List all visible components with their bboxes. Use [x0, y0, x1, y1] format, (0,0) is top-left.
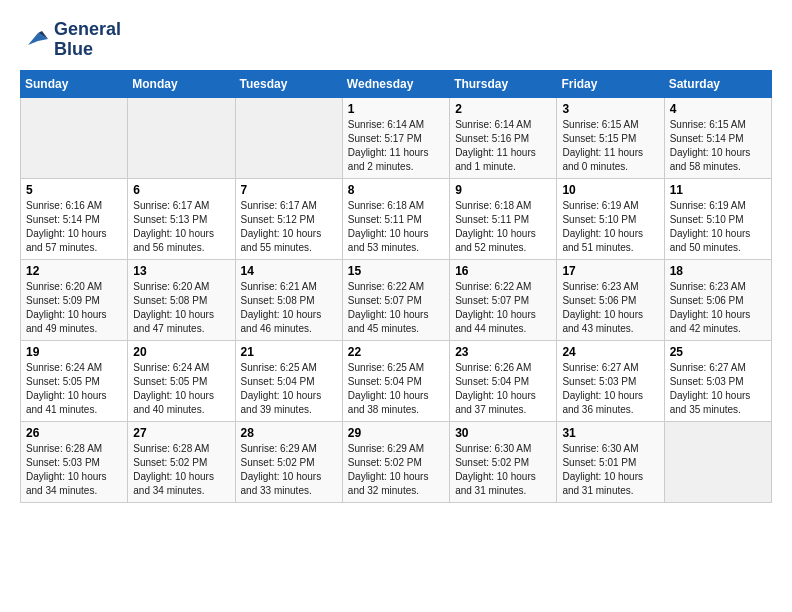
calendar-header-row: SundayMondayTuesdayWednesdayThursdayFrid… [21, 70, 772, 97]
calendar-cell [21, 97, 128, 178]
day-info: Sunrise: 6:15 AM Sunset: 5:14 PM Dayligh… [670, 118, 766, 174]
day-info: Sunrise: 6:18 AM Sunset: 5:11 PM Dayligh… [348, 199, 444, 255]
calendar-week-row: 19Sunrise: 6:24 AM Sunset: 5:05 PM Dayli… [21, 340, 772, 421]
day-number: 24 [562, 345, 658, 359]
day-info: Sunrise: 6:25 AM Sunset: 5:04 PM Dayligh… [348, 361, 444, 417]
calendar-cell [128, 97, 235, 178]
calendar-cell: 2Sunrise: 6:14 AM Sunset: 5:16 PM Daylig… [450, 97, 557, 178]
calendar-cell: 27Sunrise: 6:28 AM Sunset: 5:02 PM Dayli… [128, 421, 235, 502]
day-info: Sunrise: 6:19 AM Sunset: 5:10 PM Dayligh… [562, 199, 658, 255]
day-number: 11 [670, 183, 766, 197]
calendar-cell: 18Sunrise: 6:23 AM Sunset: 5:06 PM Dayli… [664, 259, 771, 340]
calendar-week-row: 26Sunrise: 6:28 AM Sunset: 5:03 PM Dayli… [21, 421, 772, 502]
day-number: 30 [455, 426, 551, 440]
logo-text: General Blue [54, 20, 121, 60]
day-number: 27 [133, 426, 229, 440]
day-number: 12 [26, 264, 122, 278]
day-number: 28 [241, 426, 337, 440]
calendar-cell: 14Sunrise: 6:21 AM Sunset: 5:08 PM Dayli… [235, 259, 342, 340]
calendar-cell: 22Sunrise: 6:25 AM Sunset: 5:04 PM Dayli… [342, 340, 449, 421]
calendar-cell: 24Sunrise: 6:27 AM Sunset: 5:03 PM Dayli… [557, 340, 664, 421]
day-info: Sunrise: 6:24 AM Sunset: 5:05 PM Dayligh… [133, 361, 229, 417]
calendar-cell: 3Sunrise: 6:15 AM Sunset: 5:15 PM Daylig… [557, 97, 664, 178]
calendar-cell: 7Sunrise: 6:17 AM Sunset: 5:12 PM Daylig… [235, 178, 342, 259]
day-info: Sunrise: 6:24 AM Sunset: 5:05 PM Dayligh… [26, 361, 122, 417]
day-info: Sunrise: 6:15 AM Sunset: 5:15 PM Dayligh… [562, 118, 658, 174]
day-number: 15 [348, 264, 444, 278]
header-saturday: Saturday [664, 70, 771, 97]
day-info: Sunrise: 6:20 AM Sunset: 5:09 PM Dayligh… [26, 280, 122, 336]
calendar-week-row: 1Sunrise: 6:14 AM Sunset: 5:17 PM Daylig… [21, 97, 772, 178]
day-number: 17 [562, 264, 658, 278]
day-info: Sunrise: 6:25 AM Sunset: 5:04 PM Dayligh… [241, 361, 337, 417]
calendar-week-row: 5Sunrise: 6:16 AM Sunset: 5:14 PM Daylig… [21, 178, 772, 259]
day-info: Sunrise: 6:14 AM Sunset: 5:16 PM Dayligh… [455, 118, 551, 174]
day-number: 21 [241, 345, 337, 359]
calendar-cell: 30Sunrise: 6:30 AM Sunset: 5:02 PM Dayli… [450, 421, 557, 502]
day-info: Sunrise: 6:29 AM Sunset: 5:02 PM Dayligh… [348, 442, 444, 498]
calendar-cell: 11Sunrise: 6:19 AM Sunset: 5:10 PM Dayli… [664, 178, 771, 259]
calendar-cell: 17Sunrise: 6:23 AM Sunset: 5:06 PM Dayli… [557, 259, 664, 340]
day-info: Sunrise: 6:17 AM Sunset: 5:12 PM Dayligh… [241, 199, 337, 255]
calendar-cell: 19Sunrise: 6:24 AM Sunset: 5:05 PM Dayli… [21, 340, 128, 421]
calendar-table: SundayMondayTuesdayWednesdayThursdayFrid… [20, 70, 772, 503]
day-info: Sunrise: 6:29 AM Sunset: 5:02 PM Dayligh… [241, 442, 337, 498]
day-info: Sunrise: 6:27 AM Sunset: 5:03 PM Dayligh… [562, 361, 658, 417]
day-number: 6 [133, 183, 229, 197]
calendar-cell: 4Sunrise: 6:15 AM Sunset: 5:14 PM Daylig… [664, 97, 771, 178]
day-number: 19 [26, 345, 122, 359]
day-number: 9 [455, 183, 551, 197]
day-number: 31 [562, 426, 658, 440]
header-sunday: Sunday [21, 70, 128, 97]
day-number: 20 [133, 345, 229, 359]
day-info: Sunrise: 6:28 AM Sunset: 5:02 PM Dayligh… [133, 442, 229, 498]
calendar-cell [664, 421, 771, 502]
day-number: 22 [348, 345, 444, 359]
day-info: Sunrise: 6:23 AM Sunset: 5:06 PM Dayligh… [562, 280, 658, 336]
day-info: Sunrise: 6:30 AM Sunset: 5:01 PM Dayligh… [562, 442, 658, 498]
page-header: General Blue [20, 20, 772, 60]
day-info: Sunrise: 6:17 AM Sunset: 5:13 PM Dayligh… [133, 199, 229, 255]
day-number: 25 [670, 345, 766, 359]
calendar-cell [235, 97, 342, 178]
calendar-cell: 1Sunrise: 6:14 AM Sunset: 5:17 PM Daylig… [342, 97, 449, 178]
calendar-cell: 23Sunrise: 6:26 AM Sunset: 5:04 PM Dayli… [450, 340, 557, 421]
logo: General Blue [20, 20, 121, 60]
day-number: 18 [670, 264, 766, 278]
calendar-cell: 15Sunrise: 6:22 AM Sunset: 5:07 PM Dayli… [342, 259, 449, 340]
day-info: Sunrise: 6:20 AM Sunset: 5:08 PM Dayligh… [133, 280, 229, 336]
day-number: 26 [26, 426, 122, 440]
day-number: 4 [670, 102, 766, 116]
day-info: Sunrise: 6:16 AM Sunset: 5:14 PM Dayligh… [26, 199, 122, 255]
day-info: Sunrise: 6:30 AM Sunset: 5:02 PM Dayligh… [455, 442, 551, 498]
day-number: 7 [241, 183, 337, 197]
day-info: Sunrise: 6:26 AM Sunset: 5:04 PM Dayligh… [455, 361, 551, 417]
calendar-cell: 31Sunrise: 6:30 AM Sunset: 5:01 PM Dayli… [557, 421, 664, 502]
day-info: Sunrise: 6:23 AM Sunset: 5:06 PM Dayligh… [670, 280, 766, 336]
calendar-cell: 26Sunrise: 6:28 AM Sunset: 5:03 PM Dayli… [21, 421, 128, 502]
day-number: 2 [455, 102, 551, 116]
day-number: 29 [348, 426, 444, 440]
header-wednesday: Wednesday [342, 70, 449, 97]
day-info: Sunrise: 6:28 AM Sunset: 5:03 PM Dayligh… [26, 442, 122, 498]
calendar-cell: 13Sunrise: 6:20 AM Sunset: 5:08 PM Dayli… [128, 259, 235, 340]
calendar-cell: 28Sunrise: 6:29 AM Sunset: 5:02 PM Dayli… [235, 421, 342, 502]
day-number: 1 [348, 102, 444, 116]
calendar-cell: 25Sunrise: 6:27 AM Sunset: 5:03 PM Dayli… [664, 340, 771, 421]
day-info: Sunrise: 6:18 AM Sunset: 5:11 PM Dayligh… [455, 199, 551, 255]
calendar-cell: 16Sunrise: 6:22 AM Sunset: 5:07 PM Dayli… [450, 259, 557, 340]
header-thursday: Thursday [450, 70, 557, 97]
calendar-cell: 29Sunrise: 6:29 AM Sunset: 5:02 PM Dayli… [342, 421, 449, 502]
calendar-cell: 21Sunrise: 6:25 AM Sunset: 5:04 PM Dayli… [235, 340, 342, 421]
day-info: Sunrise: 6:14 AM Sunset: 5:17 PM Dayligh… [348, 118, 444, 174]
calendar-cell: 5Sunrise: 6:16 AM Sunset: 5:14 PM Daylig… [21, 178, 128, 259]
calendar-cell: 10Sunrise: 6:19 AM Sunset: 5:10 PM Dayli… [557, 178, 664, 259]
header-friday: Friday [557, 70, 664, 97]
calendar-cell: 6Sunrise: 6:17 AM Sunset: 5:13 PM Daylig… [128, 178, 235, 259]
day-number: 10 [562, 183, 658, 197]
day-number: 16 [455, 264, 551, 278]
calendar-cell: 9Sunrise: 6:18 AM Sunset: 5:11 PM Daylig… [450, 178, 557, 259]
calendar-week-row: 12Sunrise: 6:20 AM Sunset: 5:09 PM Dayli… [21, 259, 772, 340]
day-number: 23 [455, 345, 551, 359]
svg-marker-0 [28, 33, 48, 45]
